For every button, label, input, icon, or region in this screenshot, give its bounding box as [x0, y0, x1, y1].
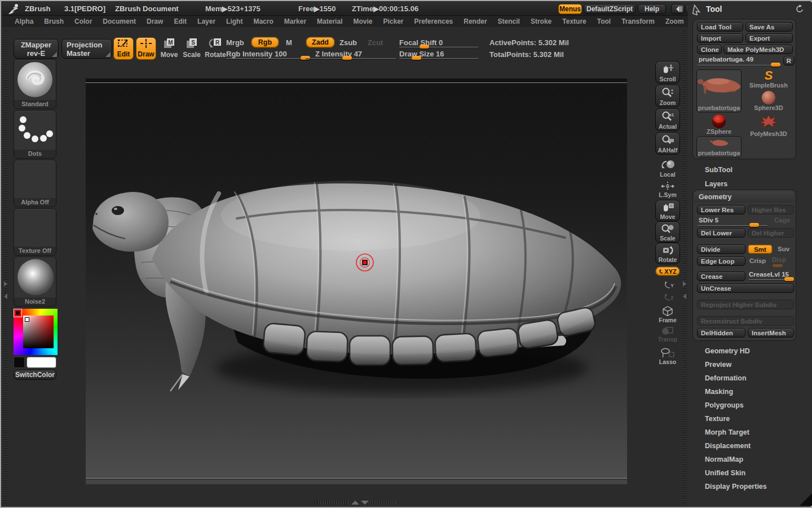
m-toggle[interactable]: M: [286, 38, 292, 47]
disp-slider-handle[interactable]: [773, 264, 783, 267]
mrgb-toggle[interactable]: Mrgb: [226, 38, 244, 47]
lower-res-button[interactable]: Lower Res: [697, 205, 745, 214]
main-color-swatch[interactable]: [27, 357, 56, 368]
color-selector[interactable]: [25, 317, 29, 322]
disp-slider-label[interactable]: Disp: [772, 256, 786, 263]
active-tool-slider[interactable]: [698, 65, 781, 65]
current-stroke-thumbnail[interactable]: Dots: [14, 110, 56, 159]
save-as-button[interactable]: Save As: [745, 22, 793, 32]
menu-render[interactable]: Render: [464, 17, 487, 25]
uncrease-button[interactable]: UnCrease: [697, 283, 794, 293]
crisp-toggle[interactable]: Crisp: [749, 257, 766, 264]
menu-material[interactable]: Material: [317, 17, 342, 25]
menu-preferences[interactable]: Preferences: [414, 17, 453, 25]
move-mode-button[interactable]: M Move: [159, 37, 179, 60]
menu-stroke[interactable]: Stroke: [531, 17, 551, 25]
tray-open-arrow[interactable]: [4, 281, 7, 287]
shelf-scale-button[interactable]: Scale: [655, 221, 680, 243]
tool-cell-polymesh3d[interactable]: PolyMesh3D: [745, 115, 792, 136]
current-alpha-thumbnail[interactable]: Alpha Off: [14, 160, 56, 207]
suv-toggle[interactable]: Suv: [778, 246, 789, 252]
reproject-higher-subdiv-button[interactable]: Reproject Higher Subdiv: [697, 300, 794, 309]
panel-close-arrow[interactable]: [683, 294, 686, 299]
export-button[interactable]: Export: [745, 33, 793, 43]
menu-marker[interactable]: Marker: [284, 17, 306, 25]
import-button[interactable]: Import: [697, 33, 743, 43]
shelf-aahalf-button[interactable]: AAHalf: [655, 132, 680, 155]
active-tool-slider-handle[interactable]: [771, 63, 780, 67]
menu-alpha[interactable]: Alpha: [15, 17, 33, 25]
menu-texture[interactable]: Texture: [562, 17, 586, 25]
shelf-zoom-button[interactable]: Zoom: [655, 85, 680, 107]
rotate-z-button[interactable]: Z: [655, 291, 680, 303]
insertmesh-button[interactable]: InsertMesh: [748, 328, 794, 338]
secondary-color-swatch[interactable]: [14, 357, 25, 368]
document-canvas[interactable]: [86, 78, 627, 484]
menu-stencil[interactable]: Stencil: [498, 17, 520, 25]
section-normalmap[interactable]: NormalMap: [705, 456, 743, 463]
focal-shift-slider[interactable]: [399, 47, 478, 47]
sdiv-slider-handle[interactable]: [749, 223, 759, 227]
menus-toggle-button[interactable]: Menus: [558, 4, 582, 14]
section-texture[interactable]: Texture: [705, 415, 730, 423]
draw-size-handle[interactable]: [412, 56, 421, 60]
section-masking[interactable]: Masking: [705, 388, 733, 396]
menu-brush[interactable]: Brush: [44, 17, 64, 25]
section-deformation[interactable]: Deformation: [705, 374, 747, 382]
higher-res-button[interactable]: Higher Res: [748, 205, 794, 214]
rotate-xyz-button[interactable]: XYZ: [655, 266, 680, 276]
draw-size-slider[interactable]: [399, 58, 478, 59]
menu-layer[interactable]: Layer: [197, 17, 215, 25]
shelf-move-button[interactable]: Move: [655, 200, 680, 221]
menu-light[interactable]: Light: [226, 17, 242, 25]
section-unified-skin[interactable]: Unified Skin: [705, 469, 745, 477]
scale-mode-button[interactable]: S Scale: [182, 37, 202, 60]
layers-section[interactable]: Layers: [705, 180, 727, 188]
section-geometry-hd[interactable]: Geometry HD: [705, 347, 750, 355]
tray-expand-up-arrow[interactable]: [351, 501, 359, 505]
projection-master-button[interactable]: Projection Master: [61, 39, 112, 59]
delhidden-button[interactable]: DelHidden: [697, 328, 745, 338]
menu-color[interactable]: Color: [74, 17, 92, 25]
rotate-mode-button[interactable]: R Rotate: [204, 37, 227, 60]
crease-lvl-handle[interactable]: [784, 277, 794, 281]
menu-tool[interactable]: Tool: [597, 17, 611, 25]
restore-configuration-icon[interactable]: [795, 5, 804, 14]
panel-resize-handle[interactable]: [800, 493, 812, 506]
divide-button[interactable]: Divide: [697, 244, 745, 254]
clone-button[interactable]: Clone: [697, 45, 722, 54]
section-morph-target[interactable]: Morph Target: [705, 428, 749, 436]
section-display-properties[interactable]: Display Properties: [705, 483, 767, 491]
menu-picker[interactable]: Picker: [383, 17, 403, 25]
shelf-frame-button[interactable]: Frame: [655, 305, 680, 324]
tool-cell-sphere3d[interactable]: Sphere3D: [745, 91, 792, 112]
geometry-section-header[interactable]: Geometry: [694, 191, 795, 203]
zcut-toggle[interactable]: Zcut: [368, 38, 383, 47]
section-preview[interactable]: Preview: [705, 361, 731, 369]
zadd-toggle[interactable]: Zadd: [306, 37, 335, 48]
current-texture-thumbnail[interactable]: Texture Off: [14, 208, 56, 256]
tray-close-arrow[interactable]: [4, 294, 7, 299]
subtool-section[interactable]: SubTool: [705, 166, 732, 174]
tool-cell-zsphere[interactable]: ZSphere: [696, 115, 742, 136]
zmapper-button[interactable]: ZMapper rev-E: [14, 39, 59, 59]
panel-open-arrow[interactable]: [683, 281, 686, 287]
zsub-toggle[interactable]: Zsub: [339, 38, 357, 47]
smt-toggle[interactable]: Smt: [748, 244, 773, 254]
shelf-lasso-button[interactable]: Lasso: [655, 347, 680, 366]
tool-cell-pruebatortuga-small[interactable]: pruebatortuga: [696, 136, 742, 157]
section-displacement[interactable]: Displacement: [705, 442, 751, 450]
default-zscript-button[interactable]: DefaultZScript: [584, 4, 636, 14]
rotate-y-button[interactable]: Y: [655, 279, 680, 290]
menu-transform[interactable]: Transform: [621, 17, 655, 25]
draw-mode-button[interactable]: Draw: [136, 37, 156, 60]
section-polygroups[interactable]: Polygroups: [705, 401, 744, 409]
shelf-lsym-button[interactable]: L.Sym: [655, 181, 680, 199]
cage-toggle[interactable]: Cage: [774, 217, 790, 224]
shelf-transp-button[interactable]: Transp: [655, 324, 680, 343]
tool-palette-header[interactable]: Tool: [688, 2, 812, 17]
menu-movie[interactable]: Movie: [353, 17, 372, 25]
shelf-rotate-button[interactable]: Rotate: [655, 243, 680, 264]
crease-button[interactable]: Crease: [697, 271, 745, 281]
current-material-thumbnail[interactable]: Noise2: [14, 257, 56, 306]
